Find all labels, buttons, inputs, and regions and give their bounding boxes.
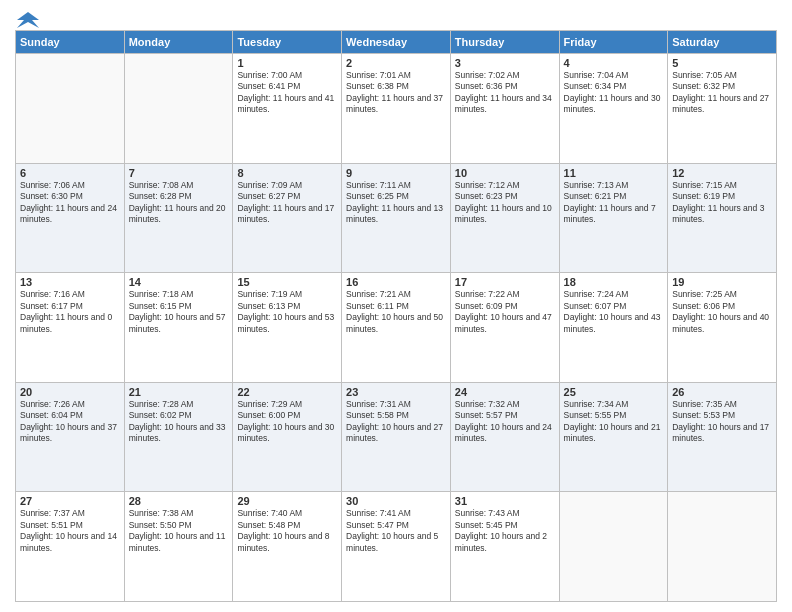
calendar-cell: 21Sunrise: 7:28 AM Sunset: 6:02 PM Dayli… — [124, 382, 233, 492]
day-info: Sunrise: 7:28 AM Sunset: 6:02 PM Dayligh… — [129, 399, 229, 445]
weekday-header-friday: Friday — [559, 31, 668, 54]
day-number: 20 — [20, 386, 120, 398]
calendar-cell: 6Sunrise: 7:06 AM Sunset: 6:30 PM Daylig… — [16, 163, 125, 273]
calendar-cell: 29Sunrise: 7:40 AM Sunset: 5:48 PM Dayli… — [233, 492, 342, 602]
calendar-cell: 28Sunrise: 7:38 AM Sunset: 5:50 PM Dayli… — [124, 492, 233, 602]
day-info: Sunrise: 7:18 AM Sunset: 6:15 PM Dayligh… — [129, 289, 229, 335]
calendar-cell: 5Sunrise: 7:05 AM Sunset: 6:32 PM Daylig… — [668, 54, 777, 164]
day-number: 13 — [20, 276, 120, 288]
logo-bird-icon — [17, 10, 39, 30]
day-info: Sunrise: 7:02 AM Sunset: 6:36 PM Dayligh… — [455, 70, 555, 116]
day-number: 3 — [455, 57, 555, 69]
calendar-cell: 11Sunrise: 7:13 AM Sunset: 6:21 PM Dayli… — [559, 163, 668, 273]
day-number: 30 — [346, 495, 446, 507]
calendar-week-2: 6Sunrise: 7:06 AM Sunset: 6:30 PM Daylig… — [16, 163, 777, 273]
weekday-header-wednesday: Wednesday — [342, 31, 451, 54]
day-number: 29 — [237, 495, 337, 507]
day-info: Sunrise: 7:34 AM Sunset: 5:55 PM Dayligh… — [564, 399, 664, 445]
weekday-header-tuesday: Tuesday — [233, 31, 342, 54]
day-info: Sunrise: 7:19 AM Sunset: 6:13 PM Dayligh… — [237, 289, 337, 335]
calendar-cell: 24Sunrise: 7:32 AM Sunset: 5:57 PM Dayli… — [450, 382, 559, 492]
calendar-cell: 13Sunrise: 7:16 AM Sunset: 6:17 PM Dayli… — [16, 273, 125, 383]
day-info: Sunrise: 7:38 AM Sunset: 5:50 PM Dayligh… — [129, 508, 229, 554]
calendar-cell: 12Sunrise: 7:15 AM Sunset: 6:19 PM Dayli… — [668, 163, 777, 273]
day-info: Sunrise: 7:09 AM Sunset: 6:27 PM Dayligh… — [237, 180, 337, 226]
day-number: 16 — [346, 276, 446, 288]
day-info: Sunrise: 7:16 AM Sunset: 6:17 PM Dayligh… — [20, 289, 120, 335]
day-info: Sunrise: 7:40 AM Sunset: 5:48 PM Dayligh… — [237, 508, 337, 554]
calendar-cell: 10Sunrise: 7:12 AM Sunset: 6:23 PM Dayli… — [450, 163, 559, 273]
day-info: Sunrise: 7:13 AM Sunset: 6:21 PM Dayligh… — [564, 180, 664, 226]
logo — [15, 10, 39, 26]
day-number: 26 — [672, 386, 772, 398]
weekday-header-sunday: Sunday — [16, 31, 125, 54]
calendar-cell: 31Sunrise: 7:43 AM Sunset: 5:45 PM Dayli… — [450, 492, 559, 602]
day-number: 25 — [564, 386, 664, 398]
day-info: Sunrise: 7:29 AM Sunset: 6:00 PM Dayligh… — [237, 399, 337, 445]
day-info: Sunrise: 7:21 AM Sunset: 6:11 PM Dayligh… — [346, 289, 446, 335]
calendar-cell: 3Sunrise: 7:02 AM Sunset: 6:36 PM Daylig… — [450, 54, 559, 164]
day-info: Sunrise: 7:11 AM Sunset: 6:25 PM Dayligh… — [346, 180, 446, 226]
day-info: Sunrise: 7:12 AM Sunset: 6:23 PM Dayligh… — [455, 180, 555, 226]
calendar-week-3: 13Sunrise: 7:16 AM Sunset: 6:17 PM Dayli… — [16, 273, 777, 383]
day-number: 1 — [237, 57, 337, 69]
day-info: Sunrise: 7:43 AM Sunset: 5:45 PM Dayligh… — [455, 508, 555, 554]
day-info: Sunrise: 7:22 AM Sunset: 6:09 PM Dayligh… — [455, 289, 555, 335]
day-number: 15 — [237, 276, 337, 288]
day-info: Sunrise: 7:00 AM Sunset: 6:41 PM Dayligh… — [237, 70, 337, 116]
day-number: 21 — [129, 386, 229, 398]
calendar-week-1: 1Sunrise: 7:00 AM Sunset: 6:41 PM Daylig… — [16, 54, 777, 164]
day-number: 7 — [129, 167, 229, 179]
calendar-cell: 16Sunrise: 7:21 AM Sunset: 6:11 PM Dayli… — [342, 273, 451, 383]
calendar-cell: 18Sunrise: 7:24 AM Sunset: 6:07 PM Dayli… — [559, 273, 668, 383]
day-info: Sunrise: 7:32 AM Sunset: 5:57 PM Dayligh… — [455, 399, 555, 445]
day-number: 6 — [20, 167, 120, 179]
day-number: 11 — [564, 167, 664, 179]
weekday-header-saturday: Saturday — [668, 31, 777, 54]
day-number: 8 — [237, 167, 337, 179]
calendar-cell: 26Sunrise: 7:35 AM Sunset: 5:53 PM Dayli… — [668, 382, 777, 492]
day-info: Sunrise: 7:35 AM Sunset: 5:53 PM Dayligh… — [672, 399, 772, 445]
day-info: Sunrise: 7:08 AM Sunset: 6:28 PM Dayligh… — [129, 180, 229, 226]
calendar-cell: 9Sunrise: 7:11 AM Sunset: 6:25 PM Daylig… — [342, 163, 451, 273]
day-number: 28 — [129, 495, 229, 507]
header — [15, 10, 777, 26]
calendar-cell: 4Sunrise: 7:04 AM Sunset: 6:34 PM Daylig… — [559, 54, 668, 164]
day-info: Sunrise: 7:26 AM Sunset: 6:04 PM Dayligh… — [20, 399, 120, 445]
day-number: 5 — [672, 57, 772, 69]
day-info: Sunrise: 7:24 AM Sunset: 6:07 PM Dayligh… — [564, 289, 664, 335]
day-info: Sunrise: 7:37 AM Sunset: 5:51 PM Dayligh… — [20, 508, 120, 554]
day-info: Sunrise: 7:05 AM Sunset: 6:32 PM Dayligh… — [672, 70, 772, 116]
day-number: 22 — [237, 386, 337, 398]
day-number: 23 — [346, 386, 446, 398]
calendar-cell: 30Sunrise: 7:41 AM Sunset: 5:47 PM Dayli… — [342, 492, 451, 602]
day-info: Sunrise: 7:25 AM Sunset: 6:06 PM Dayligh… — [672, 289, 772, 335]
day-info: Sunrise: 7:15 AM Sunset: 6:19 PM Dayligh… — [672, 180, 772, 226]
day-number: 24 — [455, 386, 555, 398]
calendar-cell: 25Sunrise: 7:34 AM Sunset: 5:55 PM Dayli… — [559, 382, 668, 492]
calendar-cell — [124, 54, 233, 164]
calendar-cell: 27Sunrise: 7:37 AM Sunset: 5:51 PM Dayli… — [16, 492, 125, 602]
calendar-cell — [668, 492, 777, 602]
calendar-cell: 23Sunrise: 7:31 AM Sunset: 5:58 PM Dayli… — [342, 382, 451, 492]
calendar-cell: 2Sunrise: 7:01 AM Sunset: 6:38 PM Daylig… — [342, 54, 451, 164]
calendar-cell — [16, 54, 125, 164]
calendar-cell: 17Sunrise: 7:22 AM Sunset: 6:09 PM Dayli… — [450, 273, 559, 383]
svg-marker-0 — [17, 12, 39, 28]
calendar-cell: 22Sunrise: 7:29 AM Sunset: 6:00 PM Dayli… — [233, 382, 342, 492]
weekday-header-monday: Monday — [124, 31, 233, 54]
day-number: 9 — [346, 167, 446, 179]
day-number: 19 — [672, 276, 772, 288]
calendar-cell: 7Sunrise: 7:08 AM Sunset: 6:28 PM Daylig… — [124, 163, 233, 273]
calendar-week-5: 27Sunrise: 7:37 AM Sunset: 5:51 PM Dayli… — [16, 492, 777, 602]
day-number: 12 — [672, 167, 772, 179]
day-info: Sunrise: 7:31 AM Sunset: 5:58 PM Dayligh… — [346, 399, 446, 445]
day-number: 14 — [129, 276, 229, 288]
page: SundayMondayTuesdayWednesdayThursdayFrid… — [0, 0, 792, 612]
weekday-header-thursday: Thursday — [450, 31, 559, 54]
day-info: Sunrise: 7:04 AM Sunset: 6:34 PM Dayligh… — [564, 70, 664, 116]
calendar-cell: 8Sunrise: 7:09 AM Sunset: 6:27 PM Daylig… — [233, 163, 342, 273]
day-number: 2 — [346, 57, 446, 69]
day-number: 31 — [455, 495, 555, 507]
day-number: 17 — [455, 276, 555, 288]
